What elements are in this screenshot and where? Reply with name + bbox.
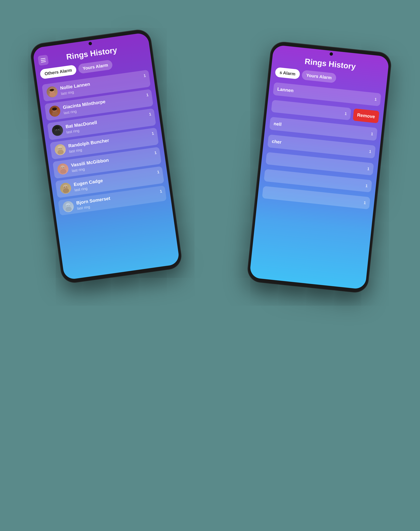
phone2-badge-3: 1 — [371, 132, 373, 136]
avatar-3 — [51, 124, 64, 137]
phone2-tab-others-alarm[interactable]: s Alarm — [275, 67, 300, 79]
phone-2-screen: Rings History s Alarm Yours Alarm Lannen… — [249, 45, 390, 290]
tab-yours-alarm[interactable]: Yours Alarm — [78, 59, 113, 74]
avatar-6 — [60, 182, 72, 194]
badge-2: 1 — [146, 92, 149, 97]
phone2-contact-list: Lannen 1 1 Remove nell 1 — [262, 82, 381, 212]
badge-7: 1 — [160, 189, 163, 194]
phone2-badge-7: 1 — [363, 200, 366, 205]
remove-button[interactable]: Remove — [353, 108, 379, 123]
phone2-power-button[interactable] — [385, 103, 388, 117]
phone2-badge-1: 1 — [374, 97, 377, 102]
menu-icon-line2 — [41, 59, 45, 61]
power-button[interactable] — [156, 77, 159, 91]
badge-4: 1 — [151, 131, 154, 136]
tab-others-alarm[interactable]: Others Alarm — [40, 64, 77, 79]
phone-1-screen: Rings History Others Alarm Yours Alarm — [32, 32, 180, 280]
badge-1: 1 — [143, 73, 146, 78]
avatar-4 — [54, 144, 66, 156]
contact-list: Nollie Lannen last ring 1 — [42, 70, 167, 215]
menu-icon-line1 — [41, 58, 45, 59]
phone2-badge-5: 1 — [367, 166, 370, 171]
phone-2: Rings History s Alarm Yours Alarm Lannen… — [247, 41, 392, 293]
avatar-5 — [57, 163, 69, 175]
phone-2-content: Rings History s Alarm Yours Alarm Lannen… — [249, 45, 390, 290]
phone2-badge-6: 1 — [365, 183, 368, 188]
menu-icon-line3 — [41, 61, 46, 62]
phone2-name-3: nell — [273, 121, 282, 127]
avatar-1 — [46, 86, 58, 98]
scene: Rings History Others Alarm Yours Alarm — [35, 14, 385, 517]
badge-6: 1 — [157, 170, 160, 174]
phone-1-content: Rings History Others Alarm Yours Alarm — [32, 32, 180, 280]
badge-3: 1 — [149, 112, 151, 117]
volume-up-button[interactable] — [35, 89, 37, 100]
avatar-7 — [62, 201, 74, 213]
page-title: Rings History — [66, 45, 118, 61]
phone2-name-4: cher — [271, 139, 282, 145]
avatar-2 — [49, 105, 61, 117]
menu-button[interactable] — [38, 55, 49, 66]
phone2-page-title: Rings History — [304, 57, 356, 71]
phone2-badge-2: 1 — [345, 111, 347, 116]
phone2-card-2[interactable]: 1 — [271, 100, 351, 120]
phone-1: Rings History Others Alarm Yours Alarm — [30, 29, 182, 284]
phone2-badge-4: 1 — [369, 149, 372, 154]
volume-down-button[interactable] — [37, 103, 39, 114]
phone2-tab-yours-alarm[interactable]: Yours Alarm — [301, 70, 337, 83]
badge-5: 1 — [154, 150, 157, 155]
phone2-name-1: Lannen — [277, 86, 294, 93]
